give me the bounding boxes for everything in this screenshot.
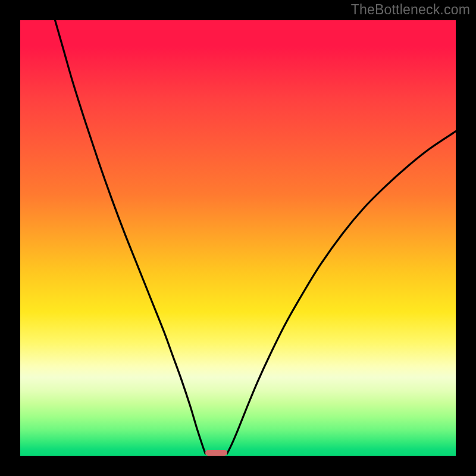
right-branch-path [227,131,456,454]
watermark-text: TheBottleneck.com [351,2,470,18]
bottleneck-marker [205,450,227,456]
curve-layer [20,20,456,456]
plot-area [20,20,456,456]
left-branch-path [55,20,206,453]
chart-frame: TheBottleneck.com [0,0,476,476]
